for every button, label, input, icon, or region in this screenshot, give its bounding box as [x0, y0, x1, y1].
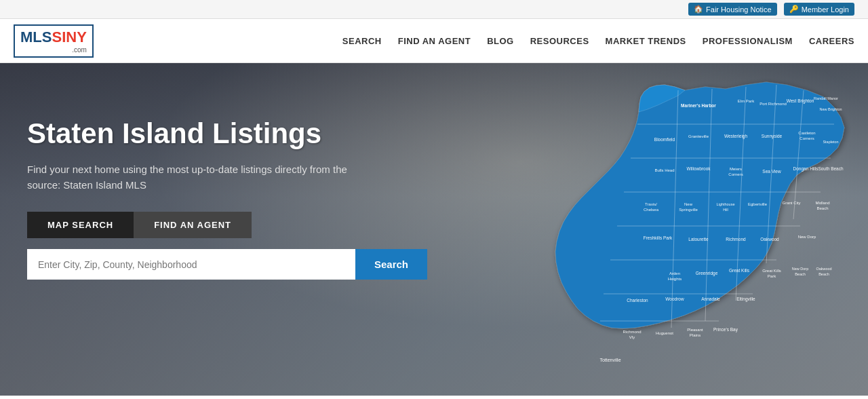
map-search-button[interactable]: MAP SEARCH — [27, 212, 134, 238]
svg-text:Tottenville: Tottenville — [599, 358, 620, 362]
svg-text:Beach: Beach — [818, 272, 829, 276]
svg-text:Huguenot: Huguenot — [656, 331, 673, 335]
map-container: Mariner's Harbor Elm Park Port Richmond … — [448, 70, 868, 396]
svg-text:Springville: Springville — [679, 208, 698, 212]
hero-title: Staten Island Listings — [27, 117, 407, 150]
svg-text:New: New — [684, 202, 693, 206]
svg-text:Egbertville: Egbertville — [748, 202, 768, 206]
svg-text:Dongan Hills: Dongan Hills — [793, 166, 819, 172]
hero-section: Staten Island Listings Find your next ho… — [0, 63, 868, 396]
svg-text:West Brighton: West Brighton — [787, 98, 814, 104]
svg-text:New Brighton: New Brighton — [819, 107, 842, 111]
svg-text:Richmond: Richmond — [726, 237, 746, 242]
svg-text:Willowbrook: Willowbrook — [686, 166, 711, 171]
svg-text:Stapleton: Stapleton — [823, 140, 838, 144]
key-icon: 🔑 — [789, 5, 799, 14]
svg-text:Bulls Head: Bulls Head — [654, 168, 674, 172]
svg-text:Bloomfield: Bloomfield — [654, 137, 675, 142]
main-nav: SEARCH FIND AN AGENT BLOG RESOURCES MARK… — [342, 36, 854, 46]
svg-text:Grant City: Grant City — [782, 201, 800, 205]
header: MLSSINY .com SEARCH FIND AN AGENT BLOG R… — [0, 19, 868, 63]
svg-text:Plains: Plains — [690, 333, 701, 337]
svg-text:Vly: Vly — [629, 335, 635, 339]
hero-action-buttons: MAP SEARCH FIND AN AGENT — [27, 212, 407, 238]
nav-careers[interactable]: CAREERS — [809, 36, 854, 46]
nav-resources[interactable]: RESOURCES — [530, 36, 589, 46]
staten-island-map: Mariner's Harbor Elm Park Port Richmond … — [448, 70, 868, 396]
logo-dot: .com — [20, 46, 87, 54]
hero-content: Staten Island Listings Find your next ho… — [27, 117, 407, 280]
svg-text:Freshkills Park: Freshkills Park — [644, 235, 673, 240]
svg-text:Annadale: Annadale — [701, 297, 720, 301]
svg-text:Pleasant: Pleasant — [687, 328, 703, 332]
svg-text:Eltingville: Eltingville — [736, 297, 755, 302]
svg-text:Corners: Corners — [800, 136, 814, 140]
svg-text:Randall Manor: Randall Manor — [814, 96, 838, 100]
svg-text:Beach: Beach — [795, 272, 806, 276]
member-login-label: Member Login — [802, 5, 849, 14]
svg-text:Chelsea: Chelsea — [644, 208, 659, 212]
svg-text:Midland: Midland — [815, 201, 829, 205]
svg-text:Hill: Hill — [723, 208, 728, 212]
logo[interactable]: MLSSINY .com — [14, 24, 94, 58]
svg-text:Sea View: Sea View — [762, 169, 781, 174]
search-bar: Search — [27, 249, 427, 280]
svg-text:Arden: Arden — [669, 271, 680, 276]
svg-text:Richmond: Richmond — [623, 330, 641, 334]
svg-text:Charleston: Charleston — [627, 298, 648, 303]
svg-text:Castleton: Castleton — [798, 131, 815, 135]
svg-text:Greenridge: Greenridge — [696, 271, 718, 276]
svg-text:South Beach: South Beach — [818, 166, 844, 171]
svg-text:Park: Park — [768, 274, 776, 278]
member-login-link[interactable]: 🔑 Member Login — [784, 3, 854, 16]
find-agent-button[interactable]: FIND AN AGENT — [134, 212, 252, 238]
fair-housing-label: Fair Housing Notice — [706, 5, 772, 14]
nav-find-agent[interactable]: FIND AN AGENT — [398, 36, 471, 46]
svg-text:Great Kills: Great Kills — [729, 268, 750, 273]
search-input[interactable] — [27, 249, 355, 280]
svg-text:New Dorp: New Dorp — [792, 267, 808, 271]
svg-text:Oakwood: Oakwood — [816, 267, 831, 271]
search-button[interactable]: Search — [355, 249, 427, 280]
hero-subtitle: Find your next home using the most up-to… — [27, 162, 353, 193]
svg-text:Westerleigh: Westerleigh — [724, 134, 748, 139]
svg-text:Graniteville: Graniteville — [688, 134, 709, 138]
svg-text:Travis/: Travis/ — [645, 202, 657, 206]
house-icon: 🏠 — [694, 5, 703, 14]
nav-professionalism[interactable]: PROFESSIONALISM — [703, 36, 793, 46]
utility-bar: 🏠 Fair Housing Notice 🔑 Member Login — [0, 0, 868, 19]
nav-search[interactable]: SEARCH — [342, 36, 382, 46]
logo-siny: SINY — [52, 28, 86, 45]
nav-market-trends[interactable]: MARKET TRENDS — [606, 36, 686, 46]
fair-housing-link[interactable]: 🏠 Fair Housing Notice — [688, 3, 777, 16]
nav-blog[interactable]: BLOG — [487, 36, 514, 46]
svg-text:Port Richmond: Port Richmond — [760, 102, 787, 106]
svg-text:Meiers: Meiers — [730, 167, 742, 171]
svg-text:Corners: Corners — [728, 172, 743, 176]
svg-text:Lighthouse: Lighthouse — [717, 202, 735, 206]
svg-text:Elm Park: Elm Park — [738, 99, 755, 103]
svg-text:Latourette: Latourette — [688, 237, 709, 242]
svg-text:Mariner's Harbor: Mariner's Harbor — [681, 103, 716, 108]
svg-text:Sunnyside: Sunnyside — [762, 134, 783, 139]
svg-text:Prince's Bay: Prince's Bay — [713, 327, 738, 332]
svg-text:Beach: Beach — [816, 206, 828, 210]
svg-text:Woodrow: Woodrow — [665, 297, 684, 301]
svg-text:Oakwood: Oakwood — [760, 237, 779, 242]
logo-mls: MLS — [20, 28, 52, 45]
svg-text:Heights: Heights — [668, 277, 682, 281]
svg-text:New Dorp: New Dorp — [798, 235, 816, 239]
svg-text:Great Kills: Great Kills — [762, 269, 781, 273]
